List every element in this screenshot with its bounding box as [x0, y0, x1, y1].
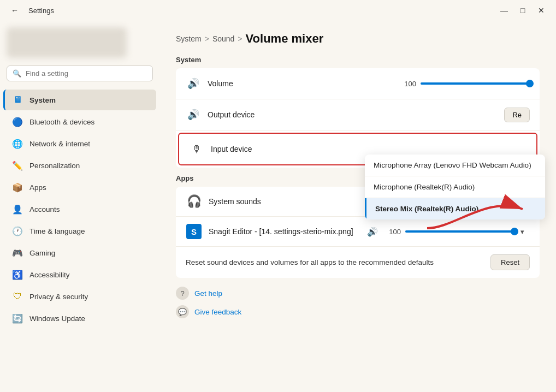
accessibility-icon: ♿	[12, 269, 23, 280]
snagit-vol-icon: 🔊	[367, 227, 378, 237]
volume-thumb[interactable]	[526, 80, 534, 87]
give-feedback-link[interactable]: 💬 Give feedback	[176, 305, 540, 318]
sidebar-item-system[interactable]: 🖥 System	[3, 90, 156, 110]
volume-icon: 🔊	[186, 76, 201, 91]
input-icon: 🎙	[189, 141, 204, 157]
output-device-button[interactable]: Re	[504, 108, 530, 122]
reset-row: Reset sound devices and volumes for all …	[176, 247, 540, 278]
give-feedback-icon: 💬	[176, 305, 189, 318]
volume-value: 100	[400, 80, 416, 88]
breadcrumb-sep2: >	[238, 34, 242, 43]
snagit-row: S Snagit Editor - [14. settings-sterio-m…	[176, 217, 540, 247]
input-label: Input device	[211, 145, 527, 153]
sidebar-item-apps[interactable]: 📦 Apps	[3, 177, 156, 198]
breadcrumb: System > Sound > Volume mixer	[176, 32, 540, 46]
sidebar-item-accounts[interactable]: 👤 Accounts	[3, 199, 156, 219]
snagit-thumb[interactable]	[511, 228, 518, 235]
time-icon: 🕐	[12, 225, 23, 236]
get-help-icon: ?	[176, 287, 189, 300]
get-help-label: Get help	[194, 289, 222, 298]
apps-icon: 📦	[12, 182, 23, 193]
system-icon: 🖥	[12, 94, 23, 105]
sidebar-item-label: Accounts	[29, 205, 60, 213]
sidebar-item-label: Personalization	[29, 162, 80, 170]
snagit-icon: S	[186, 224, 202, 239]
reset-button[interactable]: Reset	[490, 254, 530, 270]
snagit-icon-box: S	[186, 223, 202, 240]
give-feedback-label: Give feedback	[194, 308, 241, 316]
dropdown-item-mic-realtek[interactable]: Microphone (Realtek(R) Audio)	[365, 176, 545, 198]
sidebar-item-label: Network & internet	[29, 140, 90, 148]
headphone-icon: 🎧	[187, 194, 202, 209]
system-card: 🔊 Volume 100 🔊 Output device Re 🎙	[176, 68, 540, 168]
sidebar-item-label: Privacy & security	[29, 293, 88, 301]
maximize-button[interactable]: □	[514, 3, 531, 17]
sidebar-item-label: Gaming	[29, 249, 55, 257]
system-section-label: System	[176, 56, 540, 64]
app-title: Settings	[28, 7, 54, 15]
volume-control[interactable]: 100	[400, 80, 530, 88]
personalization-icon: ✏️	[12, 160, 23, 171]
sidebar-item-update[interactable]: 🔄 Windows Update	[3, 308, 156, 329]
title-bar: ← Settings — □ ✕	[0, 0, 556, 21]
snagit-volume[interactable]: 🔊 100	[367, 227, 514, 237]
output-icon: 🔊	[186, 107, 201, 122]
main-content: System > Sound > Volume mixer System 🔊 V…	[159, 21, 556, 392]
volume-row: 🔊 Volume 100	[176, 68, 540, 99]
snagit-vol-num: 100	[385, 228, 401, 236]
search-box[interactable]: 🔍	[7, 66, 153, 81]
user-avatar	[7, 27, 127, 58]
breadcrumb-sep1: >	[205, 34, 209, 43]
sidebar-item-label: Bluetooth & devices	[29, 118, 94, 126]
sidebar-item-gaming[interactable]: 🎮 Gaming	[3, 242, 156, 263]
reset-text: Reset sound devices and volumes for all …	[186, 258, 434, 266]
snagit-label: Snagit Editor - [14. settings-sterio-mix…	[209, 227, 367, 236]
privacy-icon: 🛡	[12, 291, 23, 302]
sidebar-item-privacy[interactable]: 🛡 Privacy & security	[3, 286, 156, 307]
volume-fill	[421, 82, 530, 85]
update-icon: 🔄	[12, 313, 23, 324]
output-label: Output device	[208, 110, 504, 119]
breadcrumb-system[interactable]: System	[176, 34, 202, 43]
input-device-dropdown: Microphone Array (Lenovo FHD Webcam Audi…	[365, 155, 545, 219]
sidebar-item-time[interactable]: 🕐 Time & language	[3, 221, 156, 241]
back-button[interactable]: ←	[7, 3, 23, 17]
accounts-icon: 👤	[12, 204, 23, 215]
footer-links: ? Get help 💬 Give feedback	[176, 287, 540, 318]
gaming-icon: 🎮	[12, 247, 23, 258]
breadcrumb-sound[interactable]: Sound	[212, 34, 234, 43]
sidebar-item-network[interactable]: 🌐 Network & internet	[3, 133, 156, 154]
sidebar-item-label: Apps	[29, 183, 46, 192]
system-sounds-label: System sounds	[209, 197, 367, 206]
sidebar: 🔍 🖥 System 🔵 Bluetooth & devices 🌐 Netwo…	[0, 21, 159, 392]
volume-slider[interactable]	[421, 82, 530, 85]
minimize-button[interactable]: —	[496, 3, 512, 17]
system-sounds-icon-box: 🎧	[186, 193, 202, 210]
sidebar-item-personalization[interactable]: ✏️ Personalization	[3, 155, 156, 176]
snagit-fill	[405, 230, 514, 233]
bluetooth-icon: 🔵	[12, 116, 23, 127]
breadcrumb-current: Volume mixer	[246, 32, 324, 46]
dropdown-item-stereo-mix[interactable]: Stereo Mix (Realtek(R) Audio)	[365, 198, 545, 219]
sidebar-item-label: Accessibility	[29, 271, 70, 279]
dropdown-item-mic-lenovo[interactable]: Microphone Array (Lenovo FHD Webcam Audi…	[365, 155, 545, 176]
sidebar-item-label: System	[29, 96, 56, 104]
get-help-link[interactable]: ? Get help	[176, 287, 540, 300]
search-icon: 🔍	[13, 69, 21, 78]
sidebar-item-accessibility[interactable]: ♿ Accessibility	[3, 264, 156, 285]
sidebar-item-label: Time & language	[29, 227, 85, 235]
sidebar-item-bluetooth[interactable]: 🔵 Bluetooth & devices	[3, 111, 156, 132]
sidebar-item-label: Windows Update	[29, 314, 85, 323]
close-button[interactable]: ✕	[533, 3, 549, 17]
output-device-row: 🔊 Output device Re	[176, 99, 540, 130]
network-icon: 🌐	[12, 138, 23, 149]
volume-label: Volume	[208, 79, 400, 88]
snagit-slider[interactable]	[405, 230, 514, 233]
search-input[interactable]	[26, 69, 147, 78]
